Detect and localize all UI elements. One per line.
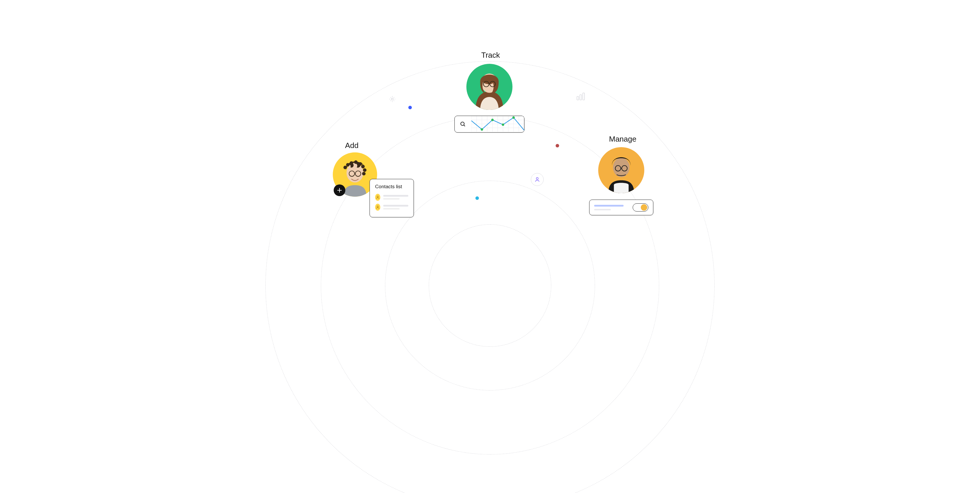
- bar-chart-icon: [576, 92, 585, 102]
- svg-point-27: [502, 124, 504, 126]
- contacts-card: Contacts list: [369, 179, 414, 217]
- contacts-card-title: Contacts list: [375, 184, 408, 190]
- svg-rect-3: [583, 93, 584, 100]
- contact-avatar-icon: [375, 194, 380, 201]
- svg-point-37: [362, 172, 366, 175]
- orbit-dot-red: [555, 144, 559, 147]
- contact-avatar-icon: [375, 204, 380, 211]
- orbit-dot-cyan: [476, 197, 479, 200]
- svg-point-41: [377, 206, 379, 207]
- svg-point-34: [358, 162, 362, 165]
- svg-point-8: [461, 122, 465, 125]
- label-manage: Manage: [609, 135, 636, 144]
- label-track: Track: [481, 51, 500, 60]
- svg-point-0: [391, 98, 393, 100]
- orbit-dot-blue: [408, 106, 412, 109]
- manage-placeholder-lines: [594, 205, 628, 210]
- manage-toggle-card: [589, 200, 653, 215]
- search-icon: [455, 116, 471, 132]
- chart-area: [471, 116, 524, 132]
- svg-point-40: [377, 196, 379, 197]
- avatar-manage: [598, 147, 644, 193]
- svg-rect-1: [577, 97, 579, 100]
- track-chart-card: [454, 116, 524, 133]
- svg-point-28: [512, 116, 515, 119]
- svg-point-25: [480, 128, 483, 130]
- svg-point-32: [350, 161, 353, 165]
- svg-rect-2: [580, 95, 582, 100]
- svg-point-4: [536, 178, 538, 179]
- svg-point-36: [363, 168, 366, 172]
- svg-point-35: [361, 165, 364, 168]
- label-add: Add: [345, 141, 358, 150]
- toggle-switch[interactable]: [633, 203, 648, 212]
- svg-point-30: [343, 166, 347, 169]
- avatar-track: [466, 64, 512, 110]
- gear-icon: [388, 95, 396, 104]
- toggle-knob: [641, 204, 647, 211]
- user-icon: [531, 173, 544, 186]
- illustration-stage: Track: [266, 0, 714, 228]
- contact-placeholder-lines: [383, 195, 408, 200]
- svg-point-33: [354, 160, 358, 164]
- contact-row: [375, 204, 408, 211]
- orbit-ring-inner: [429, 224, 551, 347]
- svg-point-31: [346, 163, 350, 166]
- contact-row: [375, 194, 408, 201]
- contact-placeholder-lines: [383, 205, 408, 209]
- plus-icon: [334, 184, 345, 196]
- svg-point-26: [491, 119, 493, 121]
